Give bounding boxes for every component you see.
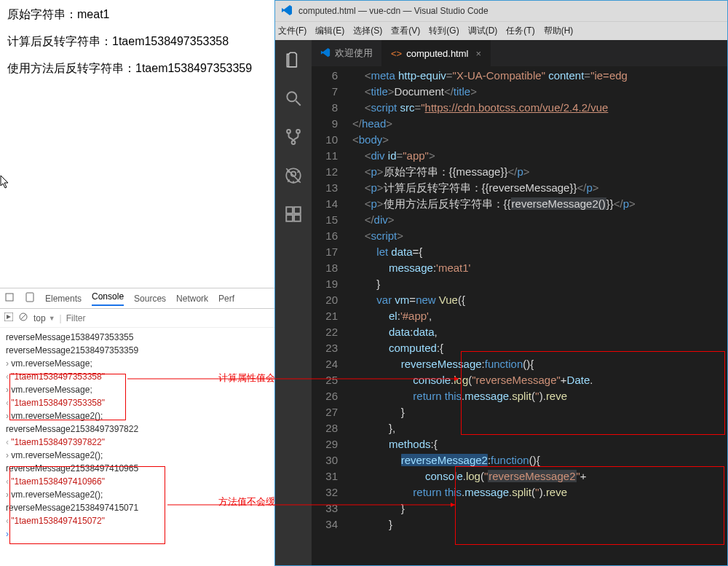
svg-rect-21 — [294, 207, 301, 213]
chevron-down-icon: ▼ — [49, 315, 55, 322]
tab-welcome-label: 欢迎使用 — [335, 47, 373, 60]
svg-rect-19 — [286, 215, 293, 221]
arrow-2 — [167, 501, 459, 508]
menu-debug[interactable]: 调试(D) — [468, 25, 498, 37]
context-selector[interactable]: top — [33, 313, 46, 323]
output-line-1: 原始字符串：meat1 — [7, 7, 273, 23]
close-icon[interactable]: × — [475, 48, 481, 59]
menu-help[interactable]: 帮助(H) — [544, 25, 574, 37]
vscode-titlebar: computed.html — vue-cdn — Visual Studio … — [275, 1, 727, 21]
vscode-logo-icon — [281, 4, 293, 18]
tab-console[interactable]: Console — [92, 291, 124, 306]
window-title: computed.html — vue-cdn — Visual Studio … — [298, 6, 488, 16]
highlight-box-computed — [461, 351, 725, 435]
vscode-activity-bar — [275, 40, 312, 565]
highlight-box-cache — [9, 374, 126, 420]
output-line-2: 计算后反转字符串：1taem1538497353358 — [7, 34, 273, 50]
editor-tabs: 欢迎使用 <> computed.html × — [312, 40, 727, 66]
svg-line-6 — [296, 101, 301, 106]
menu-file[interactable]: 文件(F) — [278, 25, 306, 37]
clear-icon[interactable] — [19, 313, 28, 323]
svg-point-5 — [287, 92, 296, 101]
html-file-icon: <> — [391, 48, 402, 59]
svg-rect-0 — [6, 294, 13, 301]
devtools-inspect-icon[interactable] — [4, 292, 15, 304]
svg-point-7 — [287, 130, 290, 133]
menu-go[interactable]: 转到(G) — [429, 25, 459, 37]
devtools-tabs: Elements Console Sources Network Perf — [0, 288, 274, 309]
vscode-small-icon — [320, 47, 331, 60]
tab-elements[interactable]: Elements — [45, 294, 82, 304]
mouse-cursor-icon — [0, 175, 10, 189]
tab-computed-html[interactable]: <> computed.html × — [382, 40, 491, 66]
source-control-icon[interactable] — [284, 127, 303, 149]
code-editor[interactable]: 6789101112131415161718192021222324252627… — [312, 66, 727, 532]
extensions-icon[interactable] — [284, 205, 303, 226]
explorer-icon[interactable] — [284, 50, 303, 71]
tab-sources[interactable]: Sources — [134, 294, 166, 304]
output-line-3: 使用方法后反转字符串：1taem1538497353359 — [7, 61, 273, 76]
highlight-box-nocache — [9, 466, 165, 544]
svg-point-8 — [296, 130, 300, 133]
devtools-device-icon[interactable] — [25, 292, 35, 304]
svg-point-9 — [292, 141, 296, 144]
filter-input[interactable] — [66, 313, 270, 323]
menu-select[interactable]: 选择(S) — [353, 25, 382, 37]
tab-network[interactable]: Network — [176, 294, 208, 304]
svg-rect-20 — [294, 215, 301, 221]
tab-welcome[interactable]: 欢迎使用 — [312, 40, 382, 66]
svg-rect-1 — [26, 293, 33, 302]
svg-line-4 — [20, 314, 26, 320]
vscode-menubar: 文件(F) 编辑(E) 选择(S) 查看(V) 转到(G) 调试(D) 任务(T… — [275, 21, 727, 40]
devtools-filter-bar: top ▼ | — [0, 309, 274, 328]
menu-tasks[interactable]: 任务(T) — [506, 25, 534, 37]
tab-active-label: computed.html — [406, 48, 468, 59]
search-icon[interactable] — [284, 89, 303, 110]
svg-rect-18 — [286, 207, 293, 213]
highlight-box-methods — [455, 466, 724, 545]
arrow-1 — [127, 375, 462, 382]
tab-performance[interactable]: Perf — [218, 294, 234, 304]
menu-edit[interactable]: 编辑(E) — [315, 25, 344, 37]
debug-icon[interactable] — [284, 166, 303, 187]
menu-view[interactable]: 查看(V) — [391, 25, 420, 37]
play-icon[interactable] — [4, 313, 13, 323]
